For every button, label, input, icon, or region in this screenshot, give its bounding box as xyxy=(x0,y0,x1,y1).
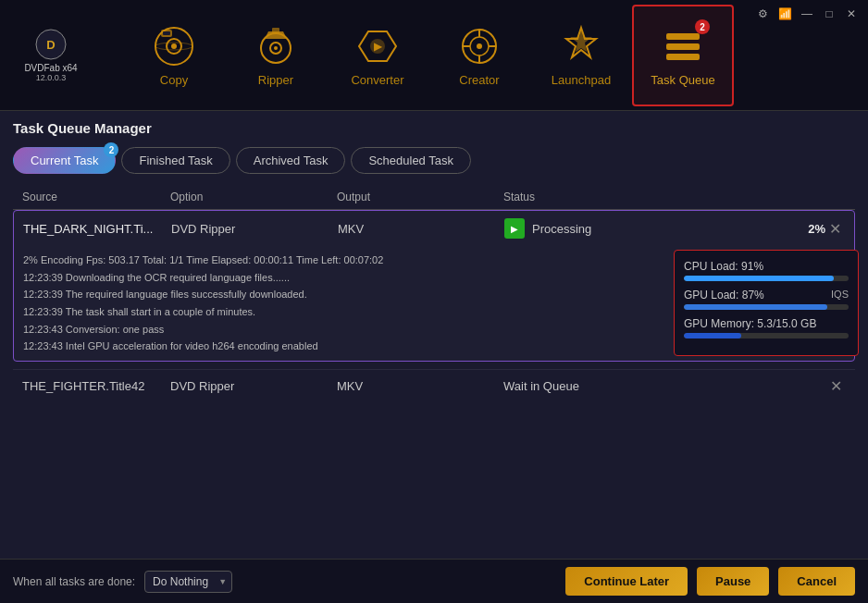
converter-icon: ▶ xyxy=(354,23,401,69)
maximize-btn[interactable]: □ xyxy=(822,7,837,20)
nav-item-ripper[interactable]: Ripper xyxy=(225,5,327,106)
current-tab-badge: 2 xyxy=(104,142,118,157)
nav-item-converter[interactable]: ▶ Converter xyxy=(327,5,428,106)
nav-item-taskqueue[interactable]: 2 Task Queue xyxy=(632,5,734,106)
gpu-label: GPU Load: 87% IQS xyxy=(684,289,849,302)
pause-btn[interactable]: Pause xyxy=(697,567,769,596)
mem-bar-fill xyxy=(684,333,741,338)
launchpad-label: Launchpad xyxy=(552,73,611,87)
active-option: DVD Ripper xyxy=(171,222,338,236)
nav-bar: Copy Ripper ▶ xyxy=(102,5,755,106)
gpu-bar-bg xyxy=(684,304,849,310)
svg-rect-11 xyxy=(272,28,279,33)
wait-task-row: THE_FIGHTER.Title42 DVD Ripper MKV Wait … xyxy=(13,369,855,402)
bottom-bar: When all tasks are done: Do Nothing Shut… xyxy=(0,559,868,603)
cpu-bar-fill xyxy=(684,276,834,281)
tab-scheduled-label: Scheduled Task xyxy=(368,154,453,167)
main-content: Task Queue Manager Current Task 2 Finish… xyxy=(0,111,868,603)
col-status: Status xyxy=(503,191,688,203)
cpu-label: CPU Load: 91% xyxy=(684,260,849,273)
table-container: Source Option Output Status THE_DARK_NIG… xyxy=(13,185,855,594)
done-select-wrapper[interactable]: Do Nothing Shut Down Hibernate Sleep xyxy=(144,571,232,593)
nav-item-copy[interactable]: Copy xyxy=(123,5,225,106)
wait-option: DVD Ripper xyxy=(170,379,337,393)
wait-close-btn[interactable]: ✕ xyxy=(826,377,846,395)
nav-item-creator[interactable]: Creator xyxy=(428,5,530,106)
launchpad-icon xyxy=(558,23,604,69)
ripper-icon xyxy=(253,23,299,69)
app-logo-icon: D xyxy=(34,28,68,61)
continue-later-btn[interactable]: Continue Later xyxy=(565,567,688,596)
active-close-btn[interactable]: ✕ xyxy=(825,220,845,238)
window-controls: ⚙ 📶 — □ ✕ xyxy=(755,0,859,20)
ripper-label: Ripper xyxy=(258,73,293,87)
mem-label: GPU Memory: 5.3/15.0 GB xyxy=(684,317,849,330)
svg-rect-23 xyxy=(666,43,700,50)
gpu-stat: GPU Load: 87% IQS xyxy=(684,289,849,310)
active-progress: 2% xyxy=(591,222,825,236)
col-output: Output xyxy=(337,191,503,203)
taskqueue-icon: 2 xyxy=(660,23,706,69)
done-select[interactable]: Do Nothing Shut Down Hibernate Sleep xyxy=(144,571,232,593)
app-logo-area: D DVDFab x64 12.0.0.3 xyxy=(9,28,93,82)
tab-current-label: Current Task xyxy=(31,154,98,167)
settings-icon[interactable]: ⚙ xyxy=(755,7,770,20)
copy-icon xyxy=(151,23,197,69)
creator-label: Creator xyxy=(459,73,499,87)
active-task-main: THE_DARK_NIGHT.Ti... DVD Ripper MKV Proc… xyxy=(14,211,854,246)
mem-stat: GPU Memory: 5.3/15.0 GB xyxy=(684,317,849,338)
svg-text:D: D xyxy=(46,38,55,52)
app-version: DVDFab x64 xyxy=(24,63,77,73)
active-output: MKV xyxy=(338,222,504,236)
tab-archived[interactable]: Archived Task xyxy=(236,147,346,174)
tab-finished-label: Finished Task xyxy=(139,154,212,167)
svg-point-17 xyxy=(477,43,482,49)
svg-rect-24 xyxy=(666,54,700,60)
converter-label: Converter xyxy=(351,73,403,87)
svg-rect-22 xyxy=(666,33,700,40)
cancel-btn[interactable]: Cancel xyxy=(778,567,855,596)
active-source: THE_DARK_NIGHT.Ti... xyxy=(23,222,171,236)
close-btn[interactable]: ✕ xyxy=(844,7,859,20)
col-option: Option xyxy=(170,191,337,203)
minimize-btn[interactable]: — xyxy=(800,7,814,20)
svg-point-10 xyxy=(274,46,278,50)
col-source: Source xyxy=(22,191,170,203)
table-header: Source Option Output Status xyxy=(13,185,855,210)
svg-rect-7 xyxy=(163,31,170,35)
tab-scheduled[interactable]: Scheduled Task xyxy=(351,147,471,174)
page-title: Task Queue Manager xyxy=(13,120,855,136)
wait-output: MKV xyxy=(337,379,503,393)
wait-status: Wait in Queue xyxy=(503,379,826,393)
creator-icon xyxy=(456,23,502,69)
svg-point-4 xyxy=(171,43,177,49)
gpu-tag: IQS xyxy=(831,289,849,302)
taskqueue-badge: 2 xyxy=(695,19,710,34)
done-label: When all tasks are done: xyxy=(13,575,135,588)
tab-archived-label: Archived Task xyxy=(254,154,329,167)
nav-item-launchpad[interactable]: Launchpad xyxy=(530,5,632,106)
active-status-text: Processing xyxy=(532,222,591,236)
col-extra xyxy=(688,191,846,203)
gpu-bar-fill xyxy=(684,304,827,310)
app-version-num: 12.0.0.3 xyxy=(36,73,67,82)
taskqueue-label: Task Queue xyxy=(651,73,714,87)
tab-finished[interactable]: Finished Task xyxy=(121,147,229,174)
cpu-bar-bg xyxy=(684,276,849,281)
tab-current[interactable]: Current Task 2 xyxy=(13,147,116,174)
wifi-icon[interactable]: 📶 xyxy=(777,7,792,20)
play-button[interactable] xyxy=(504,218,525,239)
top-nav-bar: D DVDFab x64 12.0.0.3 Copy xyxy=(0,0,868,111)
tab-bar: Current Task 2 Finished Task Archived Ta… xyxy=(13,147,855,174)
wait-source: THE_FIGHTER.Title42 xyxy=(22,379,170,393)
copy-label: Copy xyxy=(160,73,188,87)
cpu-stat: CPU Load: 91% xyxy=(684,260,849,281)
stats-panel: CPU Load: 91% GPU Load: 87% IQS GPU Memo… xyxy=(674,250,859,356)
mem-bar-bg xyxy=(684,333,849,338)
active-status-area: Processing xyxy=(504,218,591,239)
